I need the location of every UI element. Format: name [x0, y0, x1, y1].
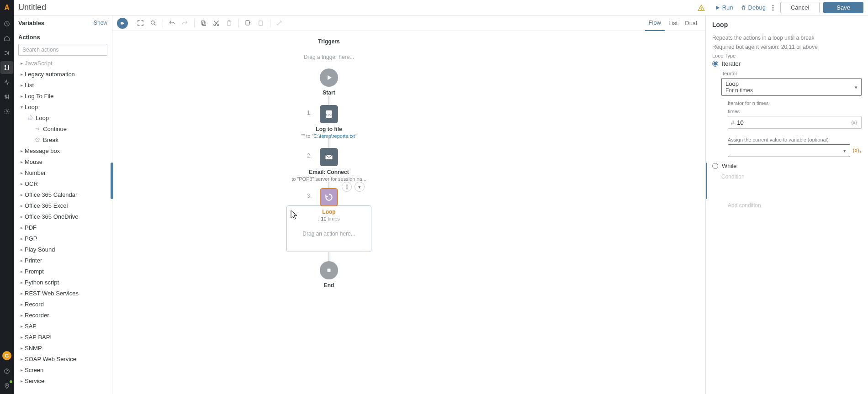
svg-point-7	[8, 95, 9, 96]
debug-button[interactable]: Debug	[741, 4, 766, 11]
loop-node[interactable]	[320, 188, 338, 206]
svg-rect-21	[201, 21, 205, 25]
svg-point-15	[772, 7, 773, 8]
condition-label: Condition	[721, 173, 745, 180]
log-to-file-node[interactable]: LOG	[320, 105, 338, 123]
warning-icon[interactable]	[698, 4, 705, 11]
hash-icon: #	[731, 119, 734, 126]
iterator-label: Iterator	[721, 71, 862, 76]
svg-point-11	[6, 385, 7, 386]
end-node[interactable]	[320, 261, 338, 279]
svg-rect-27	[259, 21, 262, 26]
rail-item-activity[interactable]	[0, 76, 13, 89]
right-panel-resize-handle[interactable]	[705, 163, 707, 199]
svg-point-4	[8, 68, 9, 69]
step-number: 1.	[307, 110, 312, 116]
svg-point-12	[701, 9, 701, 10]
app-header: Untitled Run Debug Cancel Save	[14, 0, 868, 16]
record-button[interactable]	[117, 18, 128, 29]
variables-title: Variables	[18, 20, 44, 26]
tab-flow[interactable]: Flow	[645, 16, 665, 31]
svg-point-5	[5, 95, 5, 96]
svg-point-10	[7, 373, 7, 373]
app-logo-icon: A	[4, 4, 10, 12]
user-avatar[interactable]: G	[2, 351, 11, 360]
trigger-dropzone[interactable]: Drag a trigger here...	[279, 54, 379, 60]
props-title: Loop	[712, 21, 862, 28]
svg-point-14	[772, 5, 773, 6]
svg-rect-26	[246, 21, 249, 25]
rail-item-help[interactable]	[0, 365, 13, 378]
email-connect-node[interactable]	[320, 148, 338, 166]
start-node[interactable]	[320, 68, 338, 87]
while-radio[interactable]	[712, 163, 718, 169]
step1-caption: "" to "C:\temp\reports.txt"	[301, 133, 356, 139]
rail-item-settings[interactable]	[0, 105, 13, 118]
rail-item-home[interactable]	[0, 32, 13, 45]
properties-panel: Loop Repeats the actions in a loop until…	[705, 16, 868, 394]
cut-icon[interactable]	[210, 17, 222, 29]
rail-item-dashboard[interactable]	[0, 17, 13, 30]
tree-item-loop[interactable]: Loop	[14, 112, 112, 123]
cancel-button[interactable]: Cancel	[780, 2, 820, 13]
radio-while[interactable]: While	[712, 163, 862, 169]
snippet-icon	[254, 17, 266, 29]
triggers-header: Triggers	[279, 38, 379, 45]
rail-item-tune[interactable]	[0, 90, 13, 103]
copy-icon[interactable]	[197, 17, 209, 29]
assign-label: Assign the current value to variable (op…	[728, 137, 862, 142]
left-panel: Variables Show Actions JavaScript Legacy…	[14, 16, 112, 394]
tab-list[interactable]: List	[665, 16, 681, 31]
radio-iterator[interactable]: Iterator	[712, 60, 862, 67]
search-icon[interactable]	[147, 17, 159, 29]
svg-point-6	[6, 97, 7, 98]
nav-rail: A G	[0, 0, 14, 394]
step-number: 2.	[307, 152, 312, 159]
paste-icon	[223, 17, 235, 29]
svg-point-19	[151, 21, 154, 25]
snippet-add-icon[interactable]	[242, 17, 254, 29]
svg-rect-30	[326, 155, 333, 159]
actions-tree[interactable]: JavaScript Legacy automation List Log To…	[14, 58, 112, 394]
times-input-wrap[interactable]: # {x}	[728, 116, 862, 129]
left-panel-resize-handle[interactable]	[111, 163, 113, 199]
iterator-select[interactable]: Loop For n times	[721, 78, 862, 96]
tree-item-continue[interactable]: Continue	[14, 123, 112, 134]
loop-container[interactable]: Loop : 10 times Drag an action here...	[286, 205, 371, 252]
svg-text:LOG: LOG	[326, 113, 332, 116]
svg-point-13	[742, 6, 744, 9]
svg-rect-34	[328, 269, 331, 272]
iterator-radio[interactable]	[712, 61, 718, 67]
iterator-for-n-label: Iterator for n times	[728, 100, 862, 106]
step-number: 3.	[307, 193, 312, 199]
svg-point-3	[5, 68, 5, 69]
rail-item-bots[interactable]	[0, 61, 13, 74]
assign-variable-select[interactable]	[728, 144, 850, 157]
file-title: Untitled	[18, 3, 46, 12]
loop-dropzone[interactable]: Drag an action here...	[302, 231, 355, 237]
variables-show-link[interactable]: Show	[94, 20, 107, 26]
run-button[interactable]: Run	[715, 4, 733, 11]
step2-caption: to "POP3" server for session na...	[291, 176, 366, 182]
svg-point-16	[772, 9, 773, 11]
svg-rect-18	[121, 22, 123, 24]
tree-item-break[interactable]: Break	[14, 134, 112, 145]
rail-item-flow[interactable]	[0, 47, 13, 59]
redo-icon	[179, 17, 191, 29]
svg-rect-20	[202, 22, 206, 26]
tab-dual[interactable]: Dual	[681, 16, 701, 31]
fit-icon[interactable]	[134, 17, 146, 29]
flow-canvas: Flow List Dual Triggers Drag a trigger h…	[112, 16, 705, 394]
node-collapse-icon[interactable]: ▾	[355, 182, 365, 192]
times-input[interactable]	[737, 119, 847, 126]
variable-picker-icon[interactable]: {x}	[850, 119, 858, 126]
rail-item-location[interactable]	[0, 379, 13, 392]
node-menu-icon[interactable]	[342, 182, 352, 192]
save-button[interactable]: Save	[823, 2, 863, 13]
svg-point-33	[346, 188, 347, 189]
svg-point-32	[346, 186, 347, 187]
create-variable-icon[interactable]: (x)+	[853, 147, 862, 154]
undo-icon[interactable]	[166, 17, 178, 29]
header-overflow-menu[interactable]	[772, 5, 774, 11]
actions-search-input[interactable]	[18, 44, 107, 56]
